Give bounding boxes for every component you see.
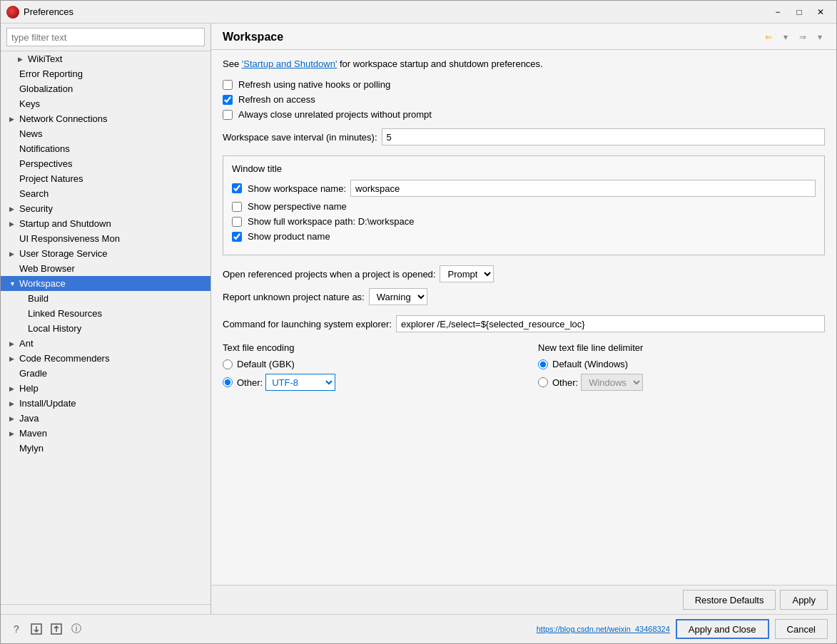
show-perspective-name-label: Show perspective name [248,201,347,212]
sidebar-item-build[interactable]: Build [1,291,210,306]
chevron-right-icon: ▶ [9,250,19,257]
apply-button[interactable]: Apply [780,590,828,610]
sidebar-item-perspectives[interactable]: Perspectives [1,156,210,171]
titlebar: Preferences − □ ✕ [1,1,836,24]
sidebar-item-label: Help [19,383,205,394]
main-content: ▶ WikiText Error Reporting Globalization… [1,24,836,614]
show-workspace-name-checkbox[interactable] [232,183,242,193]
forward-dropdown-button[interactable]: ▾ [812,29,828,45]
info-line: See 'Startup and Shutdown' for workspace… [223,58,825,69]
sidebar-item-ant[interactable]: ▶ Ant [1,336,210,351]
sidebar-item-linked-resources[interactable]: Linked Resources [1,306,210,321]
sidebar-item-label: Install/Update [19,398,205,409]
back-button[interactable]: ⇐ [761,29,776,45]
encoding-other-radio[interactable] [223,377,233,387]
sidebar-item-project-natures[interactable]: Project Natures [1,171,210,186]
window-title-section: Window title Show workspace name: Show p… [223,155,825,255]
sidebar-item-install-update[interactable]: ▶ Install/Update [1,396,210,411]
sidebar-item-security[interactable]: ▶ Security [1,201,210,216]
command-label: Command for launching system explorer: [223,319,392,329]
footer-link[interactable]: https://blog.csdn.net/weixin_43468324 [537,625,670,633]
tree-scroll: ▶ WikiText Error Reporting Globalization… [1,51,210,604]
apply-and-close-button[interactable]: Apply and Close [676,619,769,639]
sidebar-item-web-browser[interactable]: Web Browser [1,261,210,276]
encoding-other-select[interactable]: UTF-8 GBK ISO-8859-1 [265,374,335,391]
info-text-after: for workspace startup and shutdown prefe… [337,58,542,69]
show-full-path-checkbox[interactable] [232,217,242,227]
save-interval-input[interactable] [382,128,825,145]
refresh-access-checkbox[interactable] [223,95,233,105]
sidebar-item-keys[interactable]: Keys [1,96,210,111]
chevron-right-icon: ▶ [9,116,19,123]
close-unrelated-checkbox[interactable] [223,110,233,120]
sidebar-item-user-storage[interactable]: ▶ User Storage Service [1,246,210,261]
sidebar-item-label: UI Responsiveness Mon [19,233,205,244]
open-ref-select[interactable]: Prompt Always Never [440,265,494,282]
restore-defaults-button[interactable]: Restore Defaults [683,590,776,610]
back-dropdown-button[interactable]: ▾ [778,29,793,45]
show-product-name-checkbox[interactable] [232,232,242,242]
sidebar-item-news[interactable]: News [1,126,210,141]
export-icon[interactable] [49,622,64,636]
show-full-path-row: Show full workspace path: D:\workspace [232,216,816,227]
sidebar-item-notifications[interactable]: Notifications [1,141,210,156]
sidebar-item-help[interactable]: ▶ Help [1,381,210,396]
sidebar-item-maven[interactable]: ▶ Maven [1,426,210,441]
sidebar-item-label: Web Browser [19,263,205,274]
delimiter-other-select[interactable]: Windows Unix [581,374,643,391]
sidebar-item-wikitext[interactable]: ▶ WikiText [1,51,210,66]
sidebar-item-gradle[interactable]: Gradle [1,366,210,381]
chevron-right-icon: ▶ [18,56,28,63]
chevron-down-icon: ▼ [9,280,19,287]
sidebar-item-startup-shutdown[interactable]: ▶ Startup and Shutdown [1,216,210,231]
refresh-native-checkbox[interactable] [223,80,233,90]
sidebar-item-label: News [19,128,205,139]
command-input[interactable] [396,315,825,332]
restore-button[interactable]: □ [789,4,809,20]
sidebar-item-code-recommenders[interactable]: ▶ Code Recommenders [1,351,210,366]
search-input[interactable] [6,28,205,46]
show-perspective-name-checkbox[interactable] [232,202,242,212]
page-title: Workspace [223,31,761,44]
sidebar-item-workspace[interactable]: ▼ Workspace [1,276,210,291]
import-icon[interactable] [29,622,44,636]
sidebar-item-search[interactable]: Search [1,186,210,201]
minimize-button[interactable]: − [768,4,788,20]
sidebar-item-label: User Storage Service [19,248,205,259]
line-delimiter-title: New text file line delimiter [538,342,825,353]
sidebar-item-label: WikiText [28,53,205,64]
sidebar-item-network-connections[interactable]: ▶ Network Connections [1,111,210,126]
save-interval-label: Workspace save interval (in minutes): [223,132,377,143]
delimiter-other-label: Other: [552,377,578,388]
command-row: Command for launching system explorer: [223,315,825,332]
close-button[interactable]: ✕ [811,4,831,20]
sidebar-item-java[interactable]: ▶ Java [1,411,210,426]
sidebar-item-label: Globalization [19,83,205,94]
chevron-right-icon: ▶ [9,385,19,392]
sidebar-item-ui-responsiveness[interactable]: UI Responsiveness Mon [1,231,210,246]
cancel-button[interactable]: Cancel [775,619,828,639]
window-title-label: Window title [232,163,816,174]
horizontal-scrollbar[interactable] [1,604,210,614]
sidebar-item-label: Workspace [19,278,205,289]
info-icon[interactable]: ⓘ [69,622,83,636]
sidebar-item-local-history[interactable]: Local History [1,321,210,336]
sidebar-item-mylyn[interactable]: Mylyn [1,441,210,456]
question-icon[interactable]: ? [9,622,24,636]
delimiter-default-radio[interactable] [538,359,548,369]
sidebar-item-error-reporting[interactable]: Error Reporting [1,66,210,81]
sidebar-item-label: Local History [28,323,205,334]
delimiter-other-radio[interactable] [538,377,548,387]
report-nature-select[interactable]: Warning Error Ignore [369,288,427,305]
startup-shutdown-link[interactable]: 'Startup and Shutdown' [242,58,338,69]
open-ref-label: Open referenced projects when a project … [223,269,435,280]
encoding-default-radio[interactable] [223,359,233,369]
sidebar-item-label: Notifications [19,143,205,154]
sidebar-item-globalization[interactable]: Globalization [1,81,210,96]
forward-button[interactable]: ⇒ [795,29,811,45]
sidebar-item-label: Network Connections [19,113,205,124]
close-unrelated-row: Always close unrelated projects without … [223,109,825,120]
encoding-title: Text file encoding [223,342,509,353]
open-ref-row: Open referenced projects when a project … [223,265,825,282]
workspace-name-input[interactable] [350,180,816,197]
